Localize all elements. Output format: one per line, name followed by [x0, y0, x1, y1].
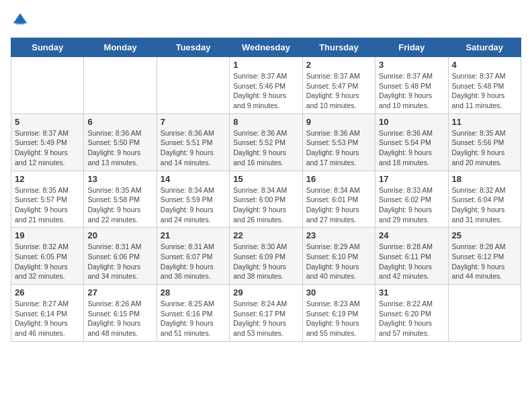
calendar-week-1: 1Sunrise: 8:37 AM Sunset: 5:46 PM Daylig…: [11, 57, 521, 114]
day-detail: Sunrise: 8:36 AM Sunset: 5:54 PM Dayligh…: [379, 128, 444, 168]
calendar-cell: 15Sunrise: 8:34 AM Sunset: 6:00 PM Dayli…: [230, 171, 302, 228]
calendar-table: SundayMondayTuesdayWednesdayThursdayFrid…: [11, 38, 521, 342]
day-detail: Sunrise: 8:37 AM Sunset: 5:49 PM Dayligh…: [15, 128, 80, 168]
day-detail: Sunrise: 8:35 AM Sunset: 5:58 PM Dayligh…: [87, 185, 152, 225]
calendar-cell: 12Sunrise: 8:35 AM Sunset: 5:57 PM Dayli…: [11, 171, 84, 228]
day-number: 7: [161, 117, 226, 127]
day-number: 13: [87, 174, 152, 184]
day-detail: Sunrise: 8:36 AM Sunset: 5:50 PM Dayligh…: [87, 128, 152, 168]
calendar-cell: 2Sunrise: 8:37 AM Sunset: 5:47 PM Daylig…: [302, 57, 375, 114]
calendar-cell: 23Sunrise: 8:29 AM Sunset: 6:10 PM Dayli…: [302, 228, 375, 285]
day-number: 16: [306, 174, 371, 184]
day-number: 5: [15, 117, 80, 127]
calendar-cell: [11, 57, 84, 114]
calendar-week-5: 26Sunrise: 8:27 AM Sunset: 6:14 PM Dayli…: [11, 285, 521, 342]
day-detail: Sunrise: 8:37 AM Sunset: 5:48 PM Dayligh…: [452, 71, 517, 111]
day-detail: Sunrise: 8:31 AM Sunset: 6:06 PM Dayligh…: [87, 242, 152, 281]
day-number: 21: [161, 230, 226, 240]
day-detail: Sunrise: 8:36 AM Sunset: 5:51 PM Dayligh…: [161, 128, 226, 168]
calendar-cell: 5Sunrise: 8:37 AM Sunset: 5:49 PM Daylig…: [11, 113, 84, 171]
calendar-cell: [448, 285, 521, 342]
day-number: 23: [306, 230, 371, 240]
day-number: 11: [452, 117, 517, 127]
weekday-header-thursday: Thursday: [302, 38, 375, 57]
calendar-week-4: 19Sunrise: 8:32 AM Sunset: 6:05 PM Dayli…: [11, 228, 521, 285]
day-number: 6: [87, 117, 152, 127]
calendar-cell: [157, 57, 229, 114]
day-detail: Sunrise: 8:34 AM Sunset: 5:59 PM Dayligh…: [161, 185, 226, 225]
calendar-cell: 9Sunrise: 8:36 AM Sunset: 5:53 PM Daylig…: [302, 113, 375, 171]
calendar-cell: 27Sunrise: 8:26 AM Sunset: 6:15 PM Dayli…: [84, 285, 157, 342]
weekday-header-wednesday: Wednesday: [230, 38, 302, 57]
day-detail: Sunrise: 8:34 AM Sunset: 6:01 PM Dayligh…: [306, 185, 371, 225]
day-detail: Sunrise: 8:37 AM Sunset: 5:47 PM Dayligh…: [306, 71, 371, 111]
day-detail: Sunrise: 8:23 AM Sunset: 6:19 PM Dayligh…: [306, 299, 371, 338]
day-number: 12: [15, 174, 80, 184]
calendar-cell: 21Sunrise: 8:31 AM Sunset: 6:07 PM Dayli…: [157, 228, 229, 285]
day-number: 19: [15, 230, 80, 240]
day-detail: Sunrise: 8:26 AM Sunset: 6:15 PM Dayligh…: [87, 299, 152, 338]
calendar-cell: 30Sunrise: 8:23 AM Sunset: 6:19 PM Dayli…: [302, 285, 375, 342]
weekday-header-friday: Friday: [375, 38, 448, 57]
calendar-cell: 24Sunrise: 8:28 AM Sunset: 6:11 PM Dayli…: [375, 228, 448, 285]
calendar-cell: 16Sunrise: 8:34 AM Sunset: 6:01 PM Dayli…: [302, 171, 375, 228]
day-number: 2: [306, 60, 371, 70]
day-number: 14: [161, 174, 226, 184]
day-number: 25: [452, 230, 517, 240]
day-detail: Sunrise: 8:36 AM Sunset: 5:53 PM Dayligh…: [306, 128, 371, 168]
day-number: 4: [452, 60, 517, 70]
day-number: 22: [233, 230, 298, 240]
day-number: 29: [233, 287, 298, 298]
calendar-cell: 3Sunrise: 8:37 AM Sunset: 5:48 PM Daylig…: [375, 57, 448, 114]
day-detail: Sunrise: 8:32 AM Sunset: 6:05 PM Dayligh…: [15, 242, 80, 281]
calendar-body: 1Sunrise: 8:37 AM Sunset: 5:46 PM Daylig…: [11, 57, 521, 342]
day-detail: Sunrise: 8:37 AM Sunset: 5:46 PM Dayligh…: [233, 71, 298, 111]
day-detail: Sunrise: 8:34 AM Sunset: 6:00 PM Dayligh…: [233, 185, 298, 225]
calendar-cell: 14Sunrise: 8:34 AM Sunset: 5:59 PM Dayli…: [157, 171, 229, 228]
calendar-week-3: 12Sunrise: 8:35 AM Sunset: 5:57 PM Dayli…: [11, 171, 521, 228]
calendar-header: SundayMondayTuesdayWednesdayThursdayFrid…: [11, 38, 521, 57]
day-detail: Sunrise: 8:27 AM Sunset: 6:14 PM Dayligh…: [15, 299, 80, 338]
calendar-cell: 8Sunrise: 8:36 AM Sunset: 5:52 PM Daylig…: [230, 113, 302, 171]
calendar-week-2: 5Sunrise: 8:37 AM Sunset: 5:49 PM Daylig…: [11, 113, 521, 171]
calendar-cell: 6Sunrise: 8:36 AM Sunset: 5:50 PM Daylig…: [84, 113, 157, 171]
logo-icon: [11, 11, 30, 30]
day-number: 31: [379, 287, 444, 298]
day-detail: Sunrise: 8:24 AM Sunset: 6:17 PM Dayligh…: [233, 299, 298, 338]
weekday-row: SundayMondayTuesdayWednesdayThursdayFrid…: [11, 38, 521, 57]
day-number: 15: [233, 174, 298, 184]
day-detail: Sunrise: 8:29 AM Sunset: 6:10 PM Dayligh…: [306, 242, 371, 281]
page-header: [11, 11, 521, 30]
calendar-cell: 17Sunrise: 8:33 AM Sunset: 6:02 PM Dayli…: [375, 171, 448, 228]
day-number: 27: [87, 287, 152, 298]
calendar-cell: 11Sunrise: 8:35 AM Sunset: 5:56 PM Dayli…: [448, 113, 521, 171]
calendar-cell: 10Sunrise: 8:36 AM Sunset: 5:54 PM Dayli…: [375, 113, 448, 171]
calendar-cell: 31Sunrise: 8:22 AM Sunset: 6:20 PM Dayli…: [375, 285, 448, 342]
day-number: 10: [379, 117, 444, 127]
day-number: 3: [379, 60, 444, 70]
day-detail: Sunrise: 8:25 AM Sunset: 6:16 PM Dayligh…: [161, 299, 226, 338]
day-detail: Sunrise: 8:35 AM Sunset: 5:57 PM Dayligh…: [15, 185, 80, 225]
day-number: 28: [161, 287, 226, 298]
calendar-cell: [84, 57, 157, 114]
day-detail: Sunrise: 8:35 AM Sunset: 5:56 PM Dayligh…: [452, 128, 517, 168]
day-detail: Sunrise: 8:28 AM Sunset: 6:11 PM Dayligh…: [379, 242, 444, 281]
day-number: 24: [379, 230, 444, 240]
day-detail: Sunrise: 8:32 AM Sunset: 6:04 PM Dayligh…: [452, 185, 517, 225]
day-detail: Sunrise: 8:36 AM Sunset: 5:52 PM Dayligh…: [233, 128, 298, 168]
day-number: 9: [306, 117, 371, 127]
weekday-header-monday: Monday: [84, 38, 157, 57]
calendar-cell: 22Sunrise: 8:30 AM Sunset: 6:09 PM Dayli…: [230, 228, 302, 285]
weekday-header-tuesday: Tuesday: [157, 38, 229, 57]
calendar-cell: 18Sunrise: 8:32 AM Sunset: 6:04 PM Dayli…: [448, 171, 521, 228]
day-detail: Sunrise: 8:33 AM Sunset: 6:02 PM Dayligh…: [379, 185, 444, 225]
day-detail: Sunrise: 8:28 AM Sunset: 6:12 PM Dayligh…: [452, 242, 517, 281]
day-detail: Sunrise: 8:22 AM Sunset: 6:20 PM Dayligh…: [379, 299, 444, 338]
calendar-cell: 20Sunrise: 8:31 AM Sunset: 6:06 PM Dayli…: [84, 228, 157, 285]
day-number: 20: [87, 230, 152, 240]
day-detail: Sunrise: 8:30 AM Sunset: 6:09 PM Dayligh…: [233, 242, 298, 281]
day-number: 26: [15, 287, 80, 298]
day-number: 17: [379, 174, 444, 184]
calendar-cell: 25Sunrise: 8:28 AM Sunset: 6:12 PM Dayli…: [448, 228, 521, 285]
logo: [11, 11, 32, 30]
